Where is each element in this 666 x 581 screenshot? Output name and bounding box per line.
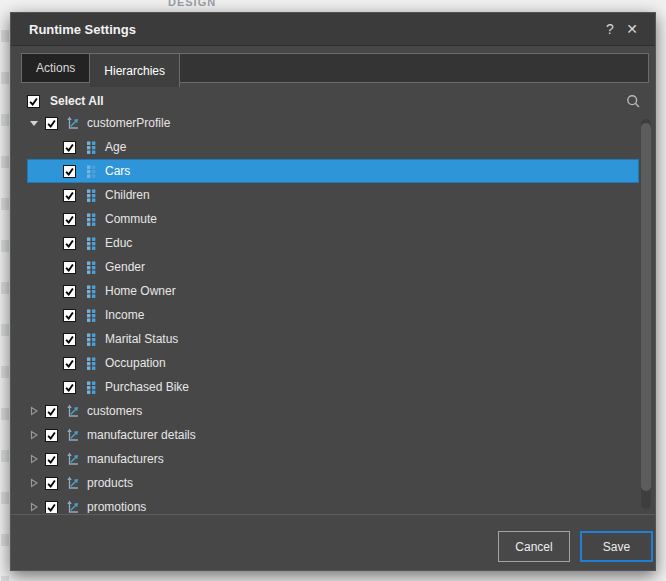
- hierarchy-icon: [66, 500, 80, 513]
- collapse-arrow-icon: [29, 502, 39, 512]
- tree-row-label: customers: [87, 404, 142, 418]
- tree-row[interactable]: products: [27, 471, 639, 495]
- attribute-icon: [84, 236, 98, 250]
- tree-row[interactable]: Cars: [27, 159, 639, 183]
- dialog-title: Runtime Settings: [29, 22, 599, 37]
- tree-row[interactable]: Home Owner: [27, 279, 639, 303]
- attribute-icon: [84, 260, 98, 274]
- dialog-footer: Cancel Save: [11, 514, 655, 571]
- row-checkbox[interactable]: [45, 405, 58, 418]
- scrollbar-thumb[interactable]: [641, 123, 651, 491]
- row-checkbox[interactable]: [45, 501, 58, 514]
- tree-row-label: manufacturers: [87, 452, 164, 466]
- tree-row[interactable]: Income: [27, 303, 639, 327]
- expand-arrow-icon: [29, 118, 39, 128]
- row-checkbox[interactable]: [45, 117, 58, 130]
- tab-strip: Actions Hierarchies: [21, 53, 649, 83]
- tab-hierarchies[interactable]: Hierarchies: [90, 54, 180, 87]
- tree-row-label: Educ: [105, 236, 132, 250]
- tree-row[interactable]: manufacturers: [27, 447, 639, 471]
- select-all-checkbox[interactable]: [27, 95, 40, 108]
- tree-row-label: manufacturer details: [87, 428, 196, 442]
- attribute-icon: [84, 332, 98, 346]
- tab-actions[interactable]: Actions: [22, 54, 90, 82]
- arrow-slot[interactable]: [29, 118, 45, 128]
- tree-row-label: products: [87, 476, 133, 490]
- tab-actions-label: Actions: [36, 61, 75, 75]
- row-checkbox[interactable]: [63, 381, 76, 394]
- row-checkbox[interactable]: [63, 189, 76, 202]
- save-button[interactable]: Save: [580, 531, 653, 562]
- tree-row[interactable]: Marital Status: [27, 327, 639, 351]
- arrow-slot[interactable]: [29, 430, 45, 440]
- hierarchy-icon: [66, 428, 80, 442]
- tab-hierarchies-label: Hierarchies: [104, 64, 165, 78]
- tree-row-label: Occupation: [105, 356, 166, 370]
- tree-row-label: promotions: [87, 500, 146, 513]
- attribute-icon: [84, 356, 98, 370]
- collapse-arrow-icon: [29, 478, 39, 488]
- select-all-row: Select All: [27, 92, 641, 110]
- tree-row[interactable]: manufacturer details: [27, 423, 639, 447]
- row-checkbox[interactable]: [63, 285, 76, 298]
- arrow-slot[interactable]: [29, 454, 45, 464]
- search-icon[interactable]: [626, 94, 641, 109]
- attribute-icon: [84, 212, 98, 226]
- hierarchy-icon: [66, 116, 80, 130]
- tree-row-label: Commute: [105, 212, 157, 226]
- tree-scrollbar[interactable]: [641, 119, 651, 509]
- row-checkbox[interactable]: [63, 357, 76, 370]
- attribute-icon: [84, 140, 98, 154]
- tree-row-label: Age: [105, 140, 126, 154]
- tree-row[interactable]: Children: [27, 183, 639, 207]
- tree-row-label: customerProfile: [87, 116, 170, 130]
- tree-row[interactable]: Occupation: [27, 351, 639, 375]
- tree-row-label: Marital Status: [105, 332, 178, 346]
- tree-row-label: Gender: [105, 260, 145, 274]
- tree-row-label: Income: [105, 308, 144, 322]
- tree-row[interactable]: customerProfile: [27, 111, 639, 135]
- cancel-button[interactable]: Cancel: [498, 531, 570, 562]
- attribute-icon: [84, 308, 98, 322]
- row-checkbox[interactable]: [63, 309, 76, 322]
- tree-row[interactable]: Commute: [27, 207, 639, 231]
- collapse-arrow-icon: [29, 454, 39, 464]
- tree-row-label: Purchased Bike: [105, 380, 189, 394]
- row-checkbox[interactable]: [63, 237, 76, 250]
- hierarchy-icon: [66, 476, 80, 490]
- attribute-icon: [84, 188, 98, 202]
- row-checkbox[interactable]: [63, 213, 76, 226]
- runtime-settings-dialog: Runtime Settings ? ✕ Actions Hierarchies…: [10, 12, 656, 571]
- tree-row[interactable]: Educ: [27, 231, 639, 255]
- tree-row[interactable]: promotions: [27, 495, 639, 513]
- arrow-slot[interactable]: [29, 478, 45, 488]
- tree-row-label: Cars: [105, 164, 130, 178]
- tree-row[interactable]: customers: [27, 399, 639, 423]
- arrow-slot[interactable]: [29, 406, 45, 416]
- tree-row[interactable]: Gender: [27, 255, 639, 279]
- close-icon[interactable]: ✕: [621, 21, 643, 37]
- row-checkbox[interactable]: [63, 261, 76, 274]
- row-checkbox[interactable]: [63, 333, 76, 346]
- row-checkbox[interactable]: [63, 165, 76, 178]
- attribute-icon: [84, 164, 98, 178]
- tree-row[interactable]: Age: [27, 135, 639, 159]
- row-checkbox[interactable]: [45, 453, 58, 466]
- row-checkbox[interactable]: [63, 141, 76, 154]
- row-checkbox[interactable]: [45, 429, 58, 442]
- attribute-icon: [84, 284, 98, 298]
- help-icon[interactable]: ?: [599, 21, 621, 37]
- tree: customerProfile Age: [27, 111, 639, 513]
- tree-row-label: Home Owner: [105, 284, 176, 298]
- background-ribbon-text: DESIGN: [168, 0, 216, 8]
- select-all-label: Select All: [50, 94, 104, 108]
- attribute-icon: [84, 380, 98, 394]
- arrow-slot[interactable]: [29, 502, 45, 512]
- hierarchy-icon: [66, 404, 80, 418]
- tree-row[interactable]: Purchased Bike: [27, 375, 639, 399]
- dialog-titlebar: Runtime Settings ? ✕: [11, 13, 655, 46]
- collapse-arrow-icon: [29, 406, 39, 416]
- row-checkbox[interactable]: [45, 477, 58, 490]
- background-left-toolbar: [1, 30, 9, 581]
- tree-row-label: Children: [105, 188, 150, 202]
